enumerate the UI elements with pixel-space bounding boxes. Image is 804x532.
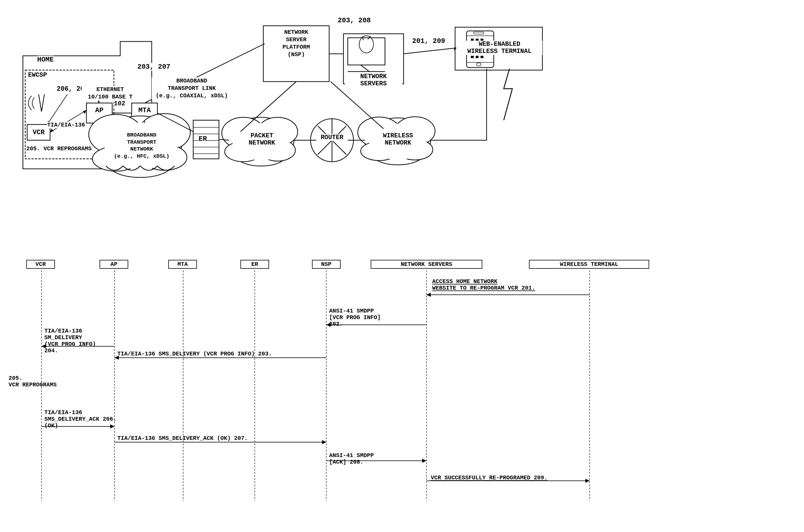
svg-line-73 <box>404 48 455 54</box>
svg-rect-39 <box>481 56 483 58</box>
seq-nsp-header: NSP <box>312 260 341 269</box>
seq-vcr-header: VCR <box>26 260 55 269</box>
svg-line-68 <box>157 113 193 132</box>
svg-line-69 <box>219 139 229 140</box>
svg-rect-37 <box>471 56 474 58</box>
seq-vcr-reprograms: 205.VCR REPROGRAMS <box>8 375 57 388</box>
ref-203-207: 203, 207 <box>137 63 170 71</box>
svg-marker-103 <box>322 440 326 444</box>
wireless-network-label: WIRELESSNETWORK <box>375 132 422 147</box>
svg-marker-83 <box>83 110 87 114</box>
router-label: ROUTER <box>316 134 348 141</box>
svg-marker-74 <box>454 46 457 51</box>
seq-access-home: ACCESS HOME NETWORKWEBSITE TO RE-PROGRAM… <box>432 278 535 291</box>
seq-er-header: ER <box>241 260 269 269</box>
svg-line-78 <box>41 94 44 112</box>
seq-sms-203: TIA/EIA-136 SMS_DELIVERY (VCR PROG INFO)… <box>117 350 272 357</box>
vcr-reprograms-label: 205. VCR REPROGRAMS <box>26 145 92 152</box>
mta-label: MTA <box>136 107 153 114</box>
home-label: HOME <box>37 56 54 63</box>
vcr-label: VCR <box>31 129 47 136</box>
er-label: ER <box>199 135 207 143</box>
svg-marker-84 <box>50 129 54 132</box>
ap-label: AP <box>91 107 108 114</box>
svg-line-19 <box>368 36 371 39</box>
seq-mta-header: MTA <box>168 260 197 269</box>
svg-line-15 <box>361 65 369 72</box>
svg-line-76 <box>330 81 384 129</box>
svg-rect-23 <box>474 32 484 34</box>
ethernet-label: ETHERNET10/100 BASE T <box>81 86 139 101</box>
seq-network-servers-header: NETWORK SERVERS <box>371 260 482 269</box>
svg-line-82 <box>50 110 87 132</box>
seq-ap-header: AP <box>100 260 128 269</box>
ewcsp-label: EWCSP <box>28 72 47 79</box>
svg-line-85 <box>47 94 67 125</box>
nsp-label: NETWORKSERVERPLATFORM(NSP) <box>265 28 328 58</box>
ref-203-208: 203, 208 <box>338 17 371 24</box>
seq-ansi-202: ANSI-41 SMDPP[VCR PROG INFO]202. <box>329 308 381 327</box>
svg-marker-105 <box>422 459 426 463</box>
svg-line-75 <box>241 81 296 132</box>
web-terminal-label: WEB-ENABLEDWIRELESS TERMINAL <box>457 41 542 55</box>
seq-ack-206: TIA/EIA-136SMS_DELIVERY_ACK 206.(OK) <box>44 409 116 429</box>
seq-tia-204: TIA/EIA-136SM_DELIVERY(VCR PROG INFO)204… <box>44 328 96 354</box>
svg-rect-14 <box>348 38 385 65</box>
ref-102: 102 <box>114 100 126 107</box>
seq-wireless-terminal-header: WIRELESS TERMINAL <box>529 260 649 269</box>
network-servers-label: NETWORKSERVERS <box>345 73 402 87</box>
ref-201-209: 201, 209 <box>412 37 445 45</box>
diagram-container: 203, 208 NETWORKSERVERPLATFORM(NSP) NETW… <box>0 0 804 532</box>
svg-marker-107 <box>585 479 590 483</box>
svg-rect-24 <box>477 63 481 66</box>
broadband-network-label: BROADBANDTRANSPORTNETWORK(e.g., HFC, xDS… <box>106 132 177 160</box>
svg-line-79 <box>39 94 41 112</box>
svg-rect-38 <box>476 56 479 58</box>
seq-ansi-208: ANSI-41 SMDPP[ACK] 208. <box>329 452 374 465</box>
svg-marker-109 <box>426 293 431 297</box>
packet-network-label: PACKETNETWORK <box>239 132 285 147</box>
svg-point-43 <box>235 143 287 166</box>
seq-success-209: VCR SUCCESSFULLY RE-PROGRAMED 209. <box>431 474 548 481</box>
tia-eia-label: TIA/EIA-136 <box>47 121 85 128</box>
svg-line-18 <box>362 37 364 40</box>
svg-point-17 <box>359 36 374 53</box>
broadband-link-label: BROADBANDTRANSPORT LINK(e.g., COAXIAL, x… <box>152 77 232 100</box>
seq-ack-207: TIA/EIA-136 SMS_DELIVERY_ACK (OK) 207. <box>117 435 248 441</box>
